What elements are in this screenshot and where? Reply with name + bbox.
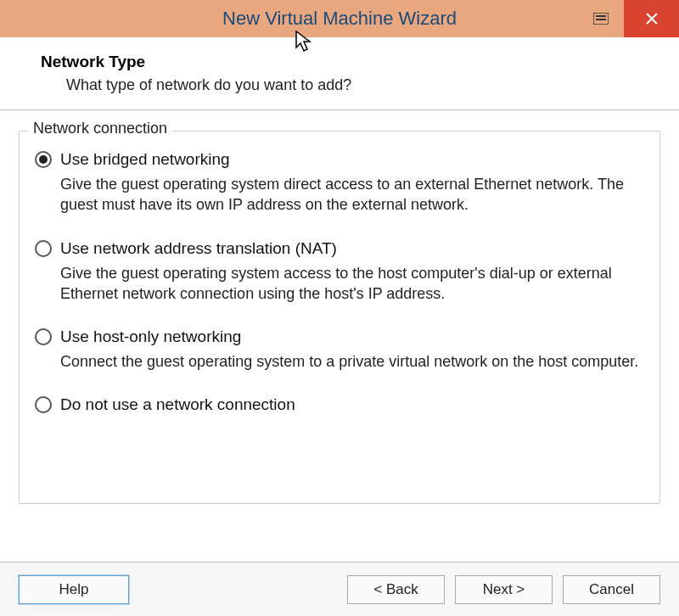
option-bridged: Use bridged networking Give the guest op… — [35, 150, 644, 216]
back-button[interactable]: < Back — [347, 575, 445, 604]
wizard-footer: Help < Back Next > Cancel — [0, 562, 679, 616]
option-nat: Use network address translation (NAT) Gi… — [35, 239, 644, 305]
option-nat-label[interactable]: Use network address translation (NAT) — [60, 239, 337, 258]
wizard-header: Network Type What type of network do you… — [0, 37, 679, 110]
help-button[interactable]: Help — [19, 575, 129, 604]
radio-nat[interactable] — [35, 240, 52, 257]
option-none-label[interactable]: Do not use a network connection — [60, 395, 295, 414]
option-bridged-label[interactable]: Use bridged networking — [60, 150, 230, 169]
option-nat-desc: Give the guest operating system access t… — [60, 263, 644, 305]
wizard-body: Network connection Use bridged networkin… — [0, 110, 679, 512]
page-subtitle: What type of network do you want to add? — [66, 76, 655, 94]
page-title: Network Type — [41, 53, 655, 71]
radio-none[interactable] — [35, 396, 52, 413]
cancel-button[interactable]: Cancel — [563, 575, 660, 604]
window-title: New Virtual Machine Wizard — [222, 8, 457, 30]
option-none: Do not use a network connection — [35, 395, 644, 414]
svg-rect-1 — [596, 15, 606, 17]
radio-hostonly[interactable] — [35, 328, 52, 345]
option-hostonly-desc: Connect the guest operating system to a … — [60, 351, 644, 372]
svg-rect-2 — [596, 19, 606, 20]
next-button[interactable]: Next > — [455, 575, 553, 604]
close-button[interactable] — [624, 0, 679, 37]
window-menu-icon[interactable] — [577, 0, 624, 37]
option-hostonly: Use host-only networking Connect the gue… — [35, 328, 644, 372]
titlebar-controls — [577, 0, 679, 37]
titlebar: New Virtual Machine Wizard — [0, 0, 679, 37]
option-bridged-desc: Give the guest operating system direct a… — [60, 174, 644, 216]
radio-bridged[interactable] — [35, 151, 52, 168]
network-connection-group: Network connection Use bridged networkin… — [19, 131, 660, 504]
option-hostonly-label[interactable]: Use host-only networking — [60, 328, 241, 346]
group-legend: Network connection — [28, 120, 172, 137]
